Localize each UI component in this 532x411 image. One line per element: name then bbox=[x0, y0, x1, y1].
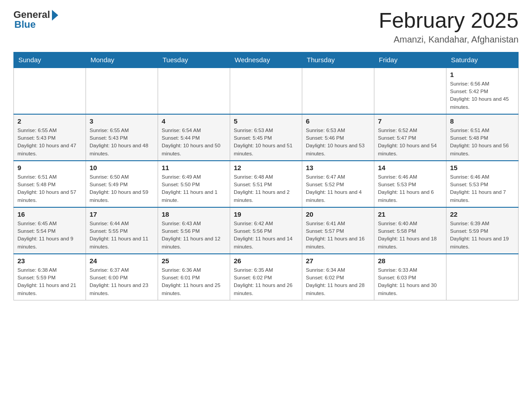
day-info: Sunrise: 6:55 AM Sunset: 5:43 PM Dayligh… bbox=[90, 127, 154, 158]
calendar-week-row: 2Sunrise: 6:55 AM Sunset: 5:43 PM Daylig… bbox=[14, 114, 519, 161]
day-info: Sunrise: 6:33 AM Sunset: 6:03 PM Dayligh… bbox=[378, 266, 442, 297]
calendar-subtitle: Amanzi, Kandahar, Afghanistan bbox=[379, 34, 519, 45]
day-info: Sunrise: 6:34 AM Sunset: 6:02 PM Dayligh… bbox=[306, 266, 370, 297]
day-number: 10 bbox=[90, 164, 154, 171]
calendar-day-cell: 10Sunrise: 6:50 AM Sunset: 5:49 PM Dayli… bbox=[86, 161, 158, 207]
day-number: 26 bbox=[234, 257, 298, 265]
day-info: Sunrise: 6:54 AM Sunset: 5:44 PM Dayligh… bbox=[162, 127, 226, 158]
day-number: 17 bbox=[90, 210, 154, 218]
calendar-day-cell: 21Sunrise: 6:40 AM Sunset: 5:58 PM Dayli… bbox=[374, 207, 446, 254]
day-info: Sunrise: 6:56 AM Sunset: 5:42 PM Dayligh… bbox=[450, 80, 515, 111]
day-info: Sunrise: 6:53 AM Sunset: 5:45 PM Dayligh… bbox=[234, 127, 298, 158]
calendar-day-cell: 14Sunrise: 6:46 AM Sunset: 5:53 PM Dayli… bbox=[374, 161, 446, 207]
day-number: 16 bbox=[17, 210, 82, 218]
calendar-day-cell: 13Sunrise: 6:47 AM Sunset: 5:52 PM Dayli… bbox=[302, 161, 374, 207]
day-of-week-header: Tuesday bbox=[158, 52, 230, 68]
day-info: Sunrise: 6:46 AM Sunset: 5:53 PM Dayligh… bbox=[450, 173, 515, 204]
day-number: 27 bbox=[306, 257, 370, 265]
day-number: 22 bbox=[450, 210, 515, 218]
calendar-day-cell: 5Sunrise: 6:53 AM Sunset: 5:45 PM Daylig… bbox=[230, 114, 302, 161]
calendar-title-block: February 2025 Amanzi, Kandahar, Afghanis… bbox=[379, 9, 519, 45]
logo-blue-text: Blue bbox=[14, 19, 36, 30]
calendar-day-cell: 3Sunrise: 6:55 AM Sunset: 5:43 PM Daylig… bbox=[86, 114, 158, 161]
day-info: Sunrise: 6:50 AM Sunset: 5:49 PM Dayligh… bbox=[90, 173, 154, 204]
day-of-week-header: Saturday bbox=[446, 52, 519, 68]
day-of-week-header: Wednesday bbox=[230, 52, 302, 68]
calendar-day-cell: 16Sunrise: 6:45 AM Sunset: 5:54 PM Dayli… bbox=[14, 207, 86, 254]
day-number: 23 bbox=[17, 257, 82, 265]
day-info: Sunrise: 6:42 AM Sunset: 5:56 PM Dayligh… bbox=[234, 220, 298, 251]
day-info: Sunrise: 6:48 AM Sunset: 5:51 PM Dayligh… bbox=[234, 173, 298, 204]
day-info: Sunrise: 6:38 AM Sunset: 5:59 PM Dayligh… bbox=[17, 266, 82, 297]
day-info: Sunrise: 6:43 AM Sunset: 5:56 PM Dayligh… bbox=[162, 220, 226, 251]
day-number: 28 bbox=[378, 257, 442, 265]
page-header: General Blue February 2025 Amanzi, Kanda… bbox=[13, 9, 519, 45]
day-number: 6 bbox=[306, 117, 370, 125]
calendar-day-cell: 2Sunrise: 6:55 AM Sunset: 5:43 PM Daylig… bbox=[14, 114, 86, 161]
day-info: Sunrise: 6:47 AM Sunset: 5:52 PM Dayligh… bbox=[306, 173, 370, 204]
calendar-table: SundayMondayTuesdayWednesdayThursdayFrid… bbox=[13, 52, 519, 300]
calendar-day-cell bbox=[302, 68, 374, 114]
calendar-day-cell: 7Sunrise: 6:52 AM Sunset: 5:47 PM Daylig… bbox=[374, 114, 446, 161]
calendar-day-cell: 8Sunrise: 6:51 AM Sunset: 5:48 PM Daylig… bbox=[446, 114, 519, 161]
day-info: Sunrise: 6:35 AM Sunset: 6:02 PM Dayligh… bbox=[234, 266, 298, 297]
calendar-week-row: 23Sunrise: 6:38 AM Sunset: 5:59 PM Dayli… bbox=[14, 254, 519, 300]
calendar-day-cell: 11Sunrise: 6:49 AM Sunset: 5:50 PM Dayli… bbox=[158, 161, 230, 207]
day-number: 20 bbox=[306, 210, 370, 218]
calendar-day-cell: 9Sunrise: 6:51 AM Sunset: 5:48 PM Daylig… bbox=[14, 161, 86, 207]
day-info: Sunrise: 6:41 AM Sunset: 5:57 PM Dayligh… bbox=[306, 220, 370, 251]
calendar-day-cell: 23Sunrise: 6:38 AM Sunset: 5:59 PM Dayli… bbox=[14, 254, 86, 300]
calendar-day-cell: 4Sunrise: 6:54 AM Sunset: 5:44 PM Daylig… bbox=[158, 114, 230, 161]
day-number: 18 bbox=[162, 210, 226, 218]
day-info: Sunrise: 6:40 AM Sunset: 5:58 PM Dayligh… bbox=[378, 220, 442, 251]
calendar-day-cell: 1Sunrise: 6:56 AM Sunset: 5:42 PM Daylig… bbox=[446, 68, 519, 114]
day-number: 9 bbox=[17, 164, 82, 171]
day-info: Sunrise: 6:46 AM Sunset: 5:53 PM Dayligh… bbox=[378, 173, 442, 204]
day-number: 5 bbox=[234, 117, 298, 125]
day-info: Sunrise: 6:49 AM Sunset: 5:50 PM Dayligh… bbox=[162, 173, 226, 204]
calendar-day-cell: 6Sunrise: 6:53 AM Sunset: 5:46 PM Daylig… bbox=[302, 114, 374, 161]
day-number: 8 bbox=[450, 117, 515, 125]
calendar-day-cell: 25Sunrise: 6:36 AM Sunset: 6:01 PM Dayli… bbox=[158, 254, 230, 300]
day-info: Sunrise: 6:51 AM Sunset: 5:48 PM Dayligh… bbox=[450, 127, 515, 158]
day-number: 14 bbox=[378, 164, 442, 171]
calendar-title: February 2025 bbox=[379, 9, 519, 33]
logo-arrow-icon bbox=[52, 10, 58, 21]
calendar-day-cell: 12Sunrise: 6:48 AM Sunset: 5:51 PM Dayli… bbox=[230, 161, 302, 207]
day-info: Sunrise: 6:36 AM Sunset: 6:01 PM Dayligh… bbox=[162, 266, 226, 297]
calendar-day-cell: 22Sunrise: 6:39 AM Sunset: 5:59 PM Dayli… bbox=[446, 207, 519, 254]
calendar-day-cell: 19Sunrise: 6:42 AM Sunset: 5:56 PM Dayli… bbox=[230, 207, 302, 254]
day-info: Sunrise: 6:44 AM Sunset: 5:55 PM Dayligh… bbox=[90, 220, 154, 251]
calendar-week-row: 1Sunrise: 6:56 AM Sunset: 5:42 PM Daylig… bbox=[14, 68, 519, 114]
calendar-day-cell: 17Sunrise: 6:44 AM Sunset: 5:55 PM Dayli… bbox=[86, 207, 158, 254]
calendar-day-cell bbox=[446, 254, 519, 300]
day-number: 4 bbox=[162, 117, 226, 125]
day-info: Sunrise: 6:52 AM Sunset: 5:47 PM Dayligh… bbox=[378, 127, 442, 158]
calendar-day-cell bbox=[86, 68, 158, 114]
calendar-day-cell: 15Sunrise: 6:46 AM Sunset: 5:53 PM Dayli… bbox=[446, 161, 519, 207]
day-of-week-header: Sunday bbox=[14, 52, 86, 68]
day-number: 19 bbox=[234, 210, 298, 218]
calendar-header-row: SundayMondayTuesdayWednesdayThursdayFrid… bbox=[14, 52, 519, 68]
day-number: 11 bbox=[162, 164, 226, 171]
day-number: 13 bbox=[306, 164, 370, 171]
calendar-week-row: 9Sunrise: 6:51 AM Sunset: 5:48 PM Daylig… bbox=[14, 161, 519, 207]
day-number: 24 bbox=[90, 257, 154, 265]
day-info: Sunrise: 6:53 AM Sunset: 5:46 PM Dayligh… bbox=[306, 127, 370, 158]
day-number: 2 bbox=[17, 117, 82, 125]
day-of-week-header: Monday bbox=[86, 52, 158, 68]
calendar-week-row: 16Sunrise: 6:45 AM Sunset: 5:54 PM Dayli… bbox=[14, 207, 519, 254]
day-number: 15 bbox=[450, 164, 515, 171]
calendar-day-cell bbox=[230, 68, 302, 114]
day-info: Sunrise: 6:37 AM Sunset: 6:00 PM Dayligh… bbox=[90, 266, 154, 297]
calendar-day-cell: 28Sunrise: 6:33 AM Sunset: 6:03 PM Dayli… bbox=[374, 254, 446, 300]
calendar-day-cell: 27Sunrise: 6:34 AM Sunset: 6:02 PM Dayli… bbox=[302, 254, 374, 300]
day-number: 3 bbox=[90, 117, 154, 125]
day-number: 25 bbox=[162, 257, 226, 265]
calendar-day-cell bbox=[374, 68, 446, 114]
day-of-week-header: Friday bbox=[374, 52, 446, 68]
day-number: 21 bbox=[378, 210, 442, 218]
day-of-week-header: Thursday bbox=[302, 52, 374, 68]
calendar-day-cell: 18Sunrise: 6:43 AM Sunset: 5:56 PM Dayli… bbox=[158, 207, 230, 254]
calendar-day-cell: 26Sunrise: 6:35 AM Sunset: 6:02 PM Dayli… bbox=[230, 254, 302, 300]
